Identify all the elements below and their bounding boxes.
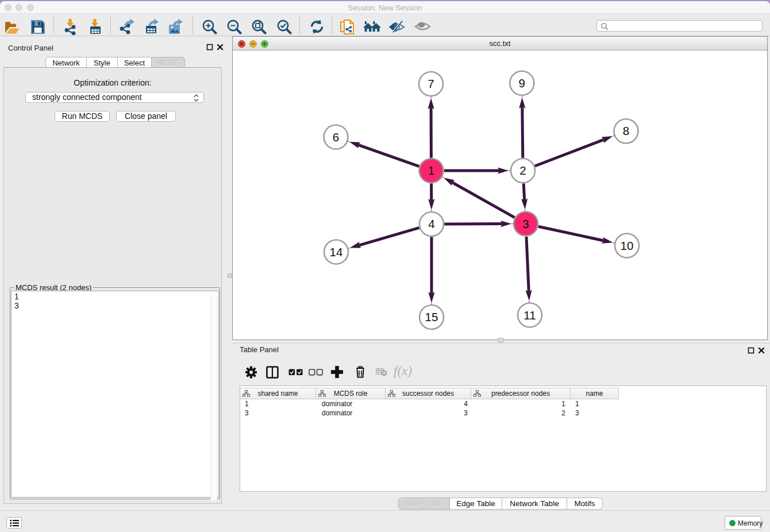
svg-text:10: 10 — [621, 239, 634, 252]
svg-text:1: 1 — [428, 164, 434, 177]
svg-text:14: 14 — [330, 245, 343, 259]
svg-text:2: 2 — [519, 164, 526, 177]
svg-text:6: 6 — [333, 130, 339, 144]
svg-text:4: 4 — [428, 217, 434, 230]
svg-text:9: 9 — [519, 76, 525, 90]
svg-text:15: 15 — [425, 310, 438, 323]
svg-text:7: 7 — [428, 77, 434, 90]
svg-text:8: 8 — [623, 124, 629, 137]
svg-text:3: 3 — [522, 217, 529, 230]
svg-text:11: 11 — [523, 309, 536, 322]
